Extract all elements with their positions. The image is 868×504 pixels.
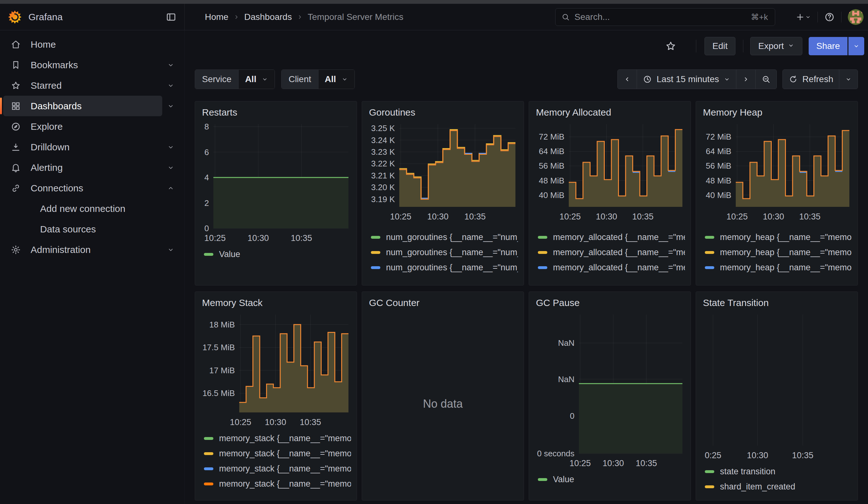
chart-memory-heap[interactable]: 72 MiB64 MiB56 MiB48 MiB40 MiB10:2510:30… <box>702 122 851 222</box>
chevron-down-icon[interactable] <box>162 75 179 96</box>
help-icon[interactable] <box>824 12 835 22</box>
legend-item[interactable]: memory_stack {__name__="memory_s <box>201 446 351 461</box>
legend-item[interactable]: num_goroutines {__name__="num_go <box>368 275 518 278</box>
sidebar-item-label: Administration <box>31 245 91 255</box>
legend: Value <box>201 247 351 262</box>
sidebar-row: Connections <box>3 178 179 198</box>
sidebar-item-add-new-connection[interactable]: Add new connection <box>3 198 179 219</box>
chevron-down-icon[interactable] <box>162 55 179 75</box>
svg-text:0:25: 0:25 <box>705 451 722 460</box>
chart-state-transition[interactable]: 0:2510:3010:35 <box>702 312 851 460</box>
share-dropdown-button[interactable] <box>848 37 864 55</box>
legend-series-label: memory_stack {__name__="memory_s <box>219 479 351 489</box>
sidebar-item-home[interactable]: Home <box>3 34 179 55</box>
search-placeholder: Search... <box>575 12 751 22</box>
legend-item[interactable]: state transition <box>702 464 852 479</box>
chart-memory-stack[interactable]: 18 MiB17.5 MiB17 MiB16.5 MiB10:2510:3010… <box>201 312 350 427</box>
chart-gc-pause[interactable]: NaNNaN00 seconds10:2510:3010:35 <box>535 312 684 468</box>
panel-state-transition: State Transition0:2510:3010:35state tran… <box>696 291 858 501</box>
legend-series-swatch <box>705 236 714 239</box>
sidebar-item-explore[interactable]: Explore <box>3 116 179 137</box>
legend-item[interactable]: memory_stack {__name__="memory_s <box>201 431 351 446</box>
svg-text:72 MiB: 72 MiB <box>539 132 564 142</box>
svg-text:40 MiB: 40 MiB <box>706 191 731 200</box>
legend-item[interactable]: num_goroutines {__name__="num_go <box>368 260 518 275</box>
legend-item[interactable]: num_goroutines {__name__="num_go <box>368 229 518 245</box>
chevron-up-icon[interactable] <box>162 178 179 198</box>
legend-item[interactable]: memory_heap {__name__="memory_h <box>702 245 852 260</box>
sidebar-item-administration[interactable]: Administration <box>3 239 162 260</box>
legend-item[interactable]: memory_allocated {__name__="memc <box>535 260 685 275</box>
filter-value-dropdown[interactable]: All <box>318 70 354 89</box>
sidebar-item-alerting[interactable]: Alerting <box>3 157 162 178</box>
chevron-down-icon[interactable] <box>162 137 179 157</box>
chart-restarts[interactable]: 8642010:2510:3010:35 <box>201 122 350 243</box>
panel-gc-pause: GC PauseNaNNaN00 seconds10:2510:3010:35V… <box>529 291 691 501</box>
svg-text:NaN: NaN <box>558 374 575 384</box>
legend-item[interactable]: memory_stack {__name__="memory_s <box>201 476 351 491</box>
sidebar-item-connections[interactable]: Connections <box>3 178 162 198</box>
legend-item[interactable]: memory_heap {__name__="memory_h <box>702 229 852 245</box>
sidebar-item-dashboards[interactable]: Dashboards <box>3 96 162 116</box>
svg-text:0: 0 <box>205 224 209 233</box>
share-button[interactable]: Share <box>809 37 847 55</box>
time-shift-forward-button[interactable] <box>736 70 755 89</box>
chevron-down-icon[interactable] <box>162 96 179 116</box>
legend-item[interactable]: memory_heap {__name__="memory_h <box>702 275 852 278</box>
legend-item[interactable]: shard_item_created <box>702 479 852 494</box>
export-button[interactable]: Export <box>750 37 802 55</box>
grafana-logo-icon[interactable] <box>8 10 21 24</box>
sidebar-item-label: Data sources <box>40 224 96 235</box>
legend-series-swatch <box>204 452 213 455</box>
favorite-star-icon[interactable] <box>665 40 676 52</box>
breadcrumb-item[interactable]: Home <box>205 12 228 22</box>
chart-memory-allocated[interactable]: 72 MiB64 MiB56 MiB48 MiB40 MiB10:2510:30… <box>535 122 684 222</box>
legend-series-swatch <box>705 485 714 488</box>
sidebar-item-bookmarks[interactable]: Bookmarks <box>3 55 162 75</box>
breadcrumb-item[interactable]: Dashboards <box>244 12 292 22</box>
sidebar-item-data-sources[interactable]: Data sources <box>3 219 179 239</box>
legend-item[interactable]: memory_stack {__name__="memory_s <box>201 461 351 476</box>
legend-item[interactable]: num_goroutines {__name__="num_go <box>368 245 518 260</box>
refresh-button[interactable]: Refresh <box>783 70 839 89</box>
add-new-button[interactable] <box>795 12 811 22</box>
time-shift-back-button[interactable] <box>618 70 637 89</box>
svg-text:8: 8 <box>205 122 209 131</box>
chevron-down-icon[interactable] <box>162 239 179 260</box>
search-input[interactable]: Search... ⌘+k <box>555 8 775 26</box>
refresh-interval-dropdown[interactable] <box>839 70 858 89</box>
legend-item[interactable]: Value <box>535 472 685 487</box>
chevron-down-icon <box>261 76 268 83</box>
svg-text:10:30: 10:30 <box>265 418 286 427</box>
chevron-down-icon[interactable] <box>162 157 179 178</box>
legend-series-label: Value <box>553 475 574 484</box>
time-range-picker[interactable]: Last 15 minutes <box>637 70 736 89</box>
legend-item[interactable]: memory_allocated {__name__="memc <box>535 229 685 245</box>
refresh-icon <box>788 74 798 84</box>
legend-series-swatch <box>538 236 547 239</box>
svg-text:48 MiB: 48 MiB <box>539 176 564 185</box>
legend-item[interactable]: Value <box>201 247 351 262</box>
sidebar-item-drilldown[interactable]: Drilldown <box>3 137 162 157</box>
edit-button[interactable]: Edit <box>704 37 735 55</box>
zoom-out-icon[interactable] <box>755 70 776 89</box>
panel-memory-heap: Memory Heap72 MiB64 MiB56 MiB48 MiB40 Mi… <box>696 101 858 286</box>
svg-text:10:35: 10:35 <box>464 212 486 222</box>
drilldown-icon <box>10 142 21 153</box>
svg-text:3.20 K: 3.20 K <box>371 183 395 192</box>
sidebar-collapse-icon[interactable] <box>165 11 177 23</box>
legend: memory_stack {__name__="memory_smemory_s… <box>201 431 351 491</box>
legend-series-label: Value <box>219 249 240 259</box>
svg-text:10:30: 10:30 <box>247 233 269 243</box>
sidebar-item-starred[interactable]: Starred <box>3 75 162 96</box>
legend-item[interactable]: memory_allocated {__name__="memc <box>535 275 685 278</box>
search-icon <box>561 13 570 21</box>
filter-value-dropdown[interactable]: All <box>238 70 275 89</box>
svg-text:10:25: 10:25 <box>726 212 748 222</box>
legend-item[interactable]: memory_allocated {__name__="memc <box>535 245 685 260</box>
svg-text:10:35: 10:35 <box>291 233 312 243</box>
chart-goroutines[interactable]: 3.25 K3.24 K3.23 K3.22 K3.21 K3.20 K3.19… <box>368 122 517 222</box>
user-avatar[interactable] <box>848 9 864 25</box>
legend-series-swatch <box>204 253 213 256</box>
legend-item[interactable]: memory_heap {__name__="memory_h <box>702 260 852 275</box>
